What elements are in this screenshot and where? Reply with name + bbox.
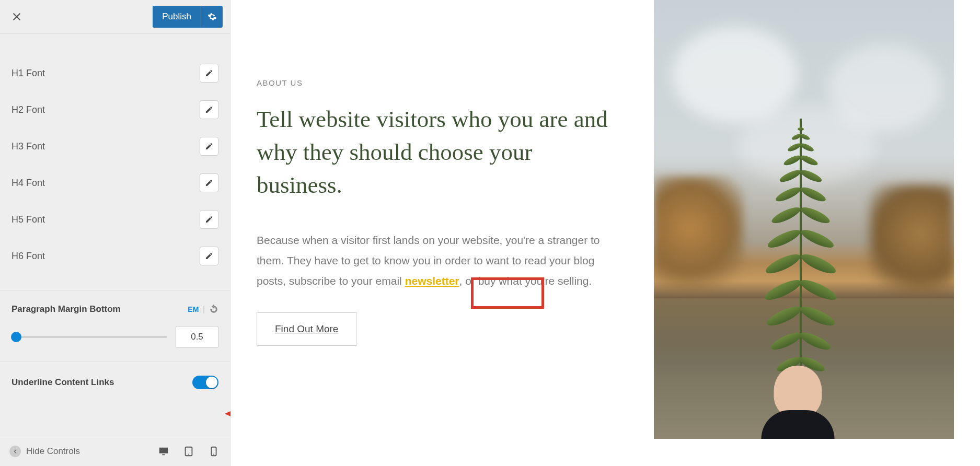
paragraph-margin-slider[interactable]	[11, 336, 167, 338]
edit-h2-button[interactable]	[200, 100, 218, 119]
newsletter-link[interactable]: newsletter	[405, 275, 459, 287]
font-label: H2 Font	[11, 104, 45, 115]
device-mobile-button[interactable]	[207, 445, 221, 458]
toggle-knob	[206, 377, 217, 388]
font-label: H4 Font	[11, 178, 45, 189]
pencil-icon	[205, 142, 213, 150]
reset-button[interactable]	[209, 305, 218, 314]
edit-h3-button[interactable]	[200, 137, 218, 156]
tablet-icon	[183, 446, 194, 457]
underline-links-section: Underline Content Links	[0, 362, 230, 403]
underline-links-toggle[interactable]	[192, 376, 218, 389]
desktop-icon	[158, 446, 169, 457]
hero-image	[654, 0, 954, 439]
publish-button[interactable]: Publish	[153, 6, 201, 28]
edit-h5-button[interactable]	[200, 210, 218, 229]
mobile-icon	[208, 446, 220, 457]
pencil-icon	[205, 252, 213, 260]
customizer-sidebar: Publish H1 Font H2 Font	[0, 0, 230, 466]
font-label: H5 Font	[11, 214, 45, 225]
sidebar-content: H1 Font H2 Font H3 Font	[0, 34, 230, 436]
underline-links-label: Underline Content Links	[11, 377, 114, 388]
font-row-h4: H4 Font	[11, 165, 218, 201]
hide-controls-label: Hide Controls	[26, 446, 80, 457]
unit-label[interactable]: EM	[188, 305, 199, 313]
font-row-h2: H2 Font	[11, 91, 218, 128]
edit-h6-button[interactable]	[200, 247, 218, 265]
paragraph-margin-input[interactable]	[176, 326, 218, 348]
reset-icon	[209, 305, 218, 314]
hide-controls-button[interactable]: Hide Controls	[9, 446, 80, 457]
chevron-left-icon	[9, 446, 21, 457]
device-switcher	[157, 445, 221, 458]
font-row-h1: H1 Font	[11, 55, 218, 91]
font-row-h3: H3 Font	[11, 128, 218, 165]
font-label: H3 Font	[11, 141, 45, 152]
font-label: H6 Font	[11, 251, 45, 262]
sidebar-header: Publish	[0, 0, 230, 34]
find-out-more-button[interactable]: Find Out More	[257, 312, 356, 346]
paragraph-margin-slider-row	[11, 326, 218, 348]
gear-icon	[207, 12, 217, 21]
preview-area: ABOUT US Tell website visitors who you a…	[230, 0, 980, 466]
device-tablet-button[interactable]	[182, 445, 195, 458]
close-button[interactable]	[7, 7, 26, 26]
section-paragraph: Because when a visitor first lands on yo…	[257, 230, 622, 292]
pencil-icon	[205, 69, 213, 77]
svg-point-1	[188, 453, 189, 455]
pencil-icon	[205, 215, 213, 224]
hand-illustration	[765, 358, 831, 439]
device-desktop-button[interactable]	[157, 445, 170, 458]
section-headline: Tell website visitors who you are and wh…	[257, 103, 622, 202]
font-label: H1 Font	[11, 68, 45, 79]
paragraph-text-after: , or buy what you're selling.	[459, 275, 592, 287]
preview-content: ABOUT US Tell website visitors who you a…	[257, 0, 622, 466]
sidebar-footer: Hide Controls	[0, 436, 230, 466]
font-row-h5: H5 Font	[11, 201, 218, 238]
svg-point-3	[213, 453, 214, 455]
slider-thumb[interactable]	[11, 332, 21, 342]
font-list: H1 Font H2 Font H3 Font	[0, 55, 230, 274]
pencil-icon	[205, 106, 213, 114]
font-row-h6: H6 Font	[11, 238, 218, 274]
preview-image-column	[654, 0, 954, 466]
paragraph-margin-section: Paragraph Margin Bottom EM |	[0, 290, 230, 362]
publish-settings-button[interactable]	[201, 6, 223, 28]
pencil-icon	[205, 179, 213, 187]
section-eyebrow: ABOUT US	[257, 78, 622, 87]
close-icon	[11, 11, 22, 22]
paragraph-margin-label: Paragraph Margin Bottom	[11, 304, 121, 314]
edit-h1-button[interactable]	[200, 64, 218, 83]
edit-h4-button[interactable]	[200, 173, 218, 192]
